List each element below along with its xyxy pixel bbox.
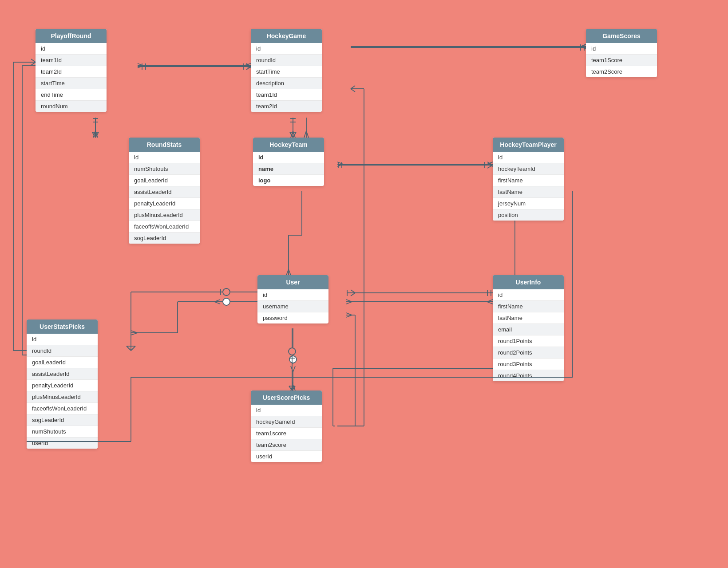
svg-line-26: [289, 269, 291, 275]
svg-line-111: [351, 86, 355, 89]
svg-line-9: [93, 131, 95, 138]
field-roundId: roundId: [27, 345, 98, 357]
table-header-User: User: [257, 275, 328, 289]
field-team1Id: team1Id: [251, 89, 322, 101]
field-id: id: [129, 152, 200, 163]
table-User: User id username password: [257, 275, 328, 323]
field-sogLeaderId: sogLeaderId: [27, 414, 98, 426]
field-firstName: firstName: [493, 175, 564, 186]
svg-line-16: [306, 131, 309, 138]
svg-point-91: [223, 288, 230, 296]
svg-line-94: [131, 346, 135, 351]
field-hockeyTeamId: hockeyTeamId: [493, 163, 564, 175]
table-header-GameScores: GameScores: [586, 29, 657, 43]
svg-line-43: [346, 300, 352, 302]
svg-line-116: [31, 59, 36, 62]
field-team1score: team1score: [251, 428, 322, 439]
svg-point-30: [223, 298, 230, 305]
field-faceoffsWonLeaderId: faceoffsWonLeaderId: [129, 221, 200, 233]
svg-line-41: [293, 385, 295, 390]
svg-line-72: [92, 132, 95, 138]
field-username: username: [257, 301, 328, 312]
svg-line-105: [351, 293, 355, 296]
field-startTime: startTime: [251, 66, 322, 78]
svg-line-33: [131, 331, 138, 333]
field-team1Score: team1Score: [586, 55, 657, 66]
svg-line-1: [243, 63, 251, 66]
table-PlayoffRound: PlayoffRound id team1Id team2Id startTim…: [36, 29, 107, 112]
svg-line-6: [580, 44, 586, 47]
svg-line-86: [487, 162, 493, 165]
table-header-RoundStats: RoundStats: [129, 138, 200, 152]
svg-line-2: [243, 66, 251, 68]
table-GameScores: GameScores id team1Score team2Score: [586, 29, 657, 77]
table-header-HockeyGame: HockeyGame: [251, 29, 322, 43]
field-id: id: [36, 43, 107, 55]
field-userId: userId: [27, 438, 98, 449]
table-header-HockeyTeamPlayer: HockeyTeamPlayer: [493, 138, 564, 152]
svg-line-100: [292, 386, 295, 390]
svg-line-66: [246, 67, 251, 70]
field-team2Id: team2Id: [251, 101, 322, 112]
svg-line-99: [289, 386, 292, 390]
field-penaltyLeaderId: penaltyLeaderId: [129, 198, 200, 209]
connections-svg: [0, 0, 728, 568]
field-assistLeaderId: assistLeaderId: [129, 186, 200, 198]
svg-line-60: [346, 313, 352, 315]
field-password: password: [257, 312, 328, 323]
svg-line-61: [346, 315, 352, 317]
svg-line-87: [487, 165, 493, 168]
field-jerseyNum: jerseyNum: [493, 198, 564, 209]
field-email: email: [493, 324, 564, 335]
svg-line-20: [337, 162, 343, 164]
svg-line-40: [291, 385, 293, 390]
field-sogLeaderId: sogLeaderId: [129, 233, 200, 244]
field-roundNum: roundNum: [36, 101, 107, 112]
svg-line-117: [31, 62, 36, 65]
field-id: id: [251, 43, 322, 55]
table-HockeyGame: HockeyGame id roundId startTime descript…: [251, 29, 322, 112]
svg-line-46: [487, 302, 493, 304]
svg-line-3: [138, 63, 143, 66]
field-plusMinusLeaderId: plusMinusLeaderId: [129, 209, 200, 221]
field-id: id: [493, 152, 564, 163]
field-faceoffsWonLeaderId: faceoffsWonLeaderId: [27, 403, 98, 414]
svg-line-19: [487, 164, 493, 166]
field-team1Id: team1Id: [36, 55, 107, 66]
field-round2Points: round2Points: [493, 347, 564, 359]
svg-line-38: [293, 366, 295, 372]
table-RoundStats: RoundStats id numShutouts goalLeaderId a…: [129, 138, 200, 244]
svg-line-65: [246, 63, 251, 67]
table-UserScorePicks: UserScorePicks id hockeyGameId team1scor…: [251, 390, 322, 462]
svg-line-18: [487, 162, 493, 164]
svg-line-112: [351, 89, 355, 92]
svg-line-79: [293, 132, 296, 138]
svg-line-34: [131, 333, 138, 335]
svg-line-25: [286, 269, 289, 275]
field-lastName: lastName: [493, 186, 564, 198]
svg-line-37: [291, 366, 293, 372]
connections-detail-svg: [0, 0, 728, 568]
svg-line-31: [214, 300, 220, 302]
table-header-UserStatsPicks: UserStatsPicks: [27, 320, 98, 334]
svg-line-21: [337, 164, 343, 166]
svg-line-7: [580, 47, 586, 49]
table-HockeyTeamPlayer: HockeyTeamPlayer id hockeyTeamId firstNa…: [493, 138, 564, 221]
field-goalLeaderId: goalLeaderId: [27, 357, 98, 368]
field-description: description: [251, 78, 322, 89]
field-startTime: startTime: [36, 78, 107, 89]
field-id: id: [257, 289, 328, 301]
field-team2Score: team2Score: [586, 66, 657, 77]
field-id: id: [251, 405, 322, 416]
field-team2score: team2score: [251, 439, 322, 451]
field-round4Points: round4Points: [493, 370, 564, 381]
svg-line-32: [214, 302, 220, 304]
svg-line-12: [291, 131, 293, 138]
svg-line-93: [127, 346, 131, 351]
svg-point-36: [289, 356, 297, 363]
field-lastName: lastName: [493, 312, 564, 324]
svg-line-4: [138, 66, 143, 68]
svg-line-13: [293, 131, 295, 138]
field-numShutouts: numShutouts: [27, 426, 98, 438]
table-header-UserScorePicks: UserScorePicks: [251, 390, 322, 405]
